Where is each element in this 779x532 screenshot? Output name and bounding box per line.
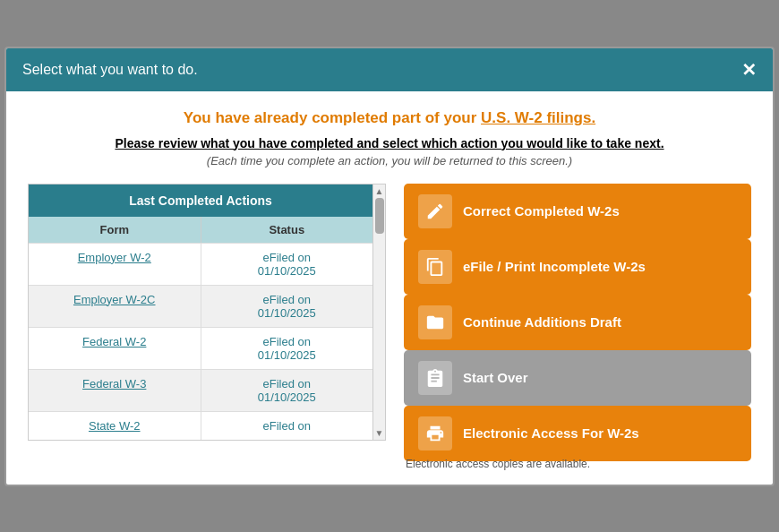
- modal-container: Select what you want to do. ✕ You have a…: [4, 47, 775, 486]
- continue-draft-label: Continue Additions Draft: [463, 314, 621, 330]
- intro-heading: You have already completed part of your …: [28, 109, 751, 127]
- action-wrapper-efile-incomplete: eFile / Print Incomplete W-2s: [404, 239, 751, 295]
- table-row: State W-2eFiled on: [29, 411, 372, 440]
- content-area: Last Completed Actions Form Status Emplo…: [28, 184, 751, 470]
- table-row: Federal W-2eFiled on01/10/2025: [29, 327, 372, 369]
- table-inner: Last Completed Actions Form Status Emplo…: [29, 184, 372, 440]
- continue-draft-button[interactable]: Continue Additions Draft: [404, 295, 751, 350]
- efile-incomplete-icon: [418, 250, 452, 284]
- cell-form-1: Employer W-2C: [29, 286, 201, 327]
- correct-w2-icon: [418, 194, 452, 228]
- cell-status-0: eFiled on01/10/2025: [201, 244, 373, 285]
- table-section: Last Completed Actions Form Status Emplo…: [28, 184, 386, 441]
- table-col-headers: Form Status: [29, 217, 372, 243]
- start-over-label: Start Over: [463, 370, 528, 385]
- action-wrapper-electronic-access: Electronic Access For W-2sElectronic acc…: [404, 406, 751, 470]
- table-header: Last Completed Actions: [29, 184, 372, 217]
- table-row: Employer W-2CeFiled on01/10/2025: [29, 285, 372, 327]
- actions-container: Correct Completed W-2seFile / Print Inco…: [404, 184, 751, 470]
- electronic-access-icon: [418, 416, 452, 450]
- efile-incomplete-label: eFile / Print Incomplete W-2s: [463, 259, 646, 274]
- cell-form-2: Federal W-2: [29, 328, 201, 369]
- actions-section: Correct Completed W-2seFile / Print Inco…: [404, 184, 751, 470]
- table-with-scroll: Last Completed Actions Form Status Emplo…: [29, 184, 385, 440]
- scroll-track[interactable]: ▲ ▼: [372, 184, 385, 440]
- table-row: Federal W-3eFiled on01/10/2025: [29, 369, 372, 411]
- form-link-4[interactable]: State W-2: [89, 419, 141, 433]
- efile-incomplete-button[interactable]: eFile / Print Incomplete W-2s: [404, 239, 751, 295]
- modal-close-button[interactable]: ✕: [741, 61, 757, 79]
- action-wrapper-start-over: Start Over: [404, 350, 751, 406]
- form-link-1[interactable]: Employer W-2C: [73, 293, 156, 306]
- scroll-up-arrow[interactable]: ▲: [375, 186, 384, 196]
- scroll-thumb[interactable]: [375, 198, 384, 234]
- cell-status-4: eFiled on: [201, 412, 373, 440]
- cell-form-3: Federal W-3: [29, 370, 201, 411]
- electronic-access-button[interactable]: Electronic Access For W-2s: [404, 406, 751, 461]
- electronic-access-label: Electronic Access For W-2s: [463, 425, 639, 441]
- modal-header: Select what you want to do. ✕: [6, 48, 773, 91]
- col-header-form: Form: [29, 217, 201, 243]
- cell-form-0: Employer W-2: [29, 244, 201, 285]
- start-over-icon: [418, 361, 452, 395]
- continue-draft-icon: [418, 305, 452, 339]
- form-link-2[interactable]: Federal W-2: [82, 335, 146, 348]
- form-link-3[interactable]: Federal W-3: [82, 377, 146, 390]
- correct-w2-label: Correct Completed W-2s: [463, 203, 620, 219]
- correct-w2-button[interactable]: Correct Completed W-2s: [404, 184, 751, 239]
- w2-filings-link[interactable]: U.S. W-2 filings.: [481, 109, 595, 126]
- scroll-down-arrow[interactable]: ▼: [375, 428, 384, 438]
- action-wrapper-continue-draft: Continue Additions Draft: [404, 295, 751, 350]
- modal-title: Select what you want to do.: [22, 62, 198, 78]
- cell-status-3: eFiled on01/10/2025: [201, 370, 373, 411]
- action-wrapper-correct-w2: Correct Completed W-2s: [404, 184, 751, 239]
- cell-status-2: eFiled on01/10/2025: [201, 328, 373, 369]
- form-link-0[interactable]: Employer W-2: [78, 251, 151, 264]
- intro-note: (Each time you complete an action, you w…: [28, 154, 751, 167]
- cell-form-4: State W-2: [29, 412, 201, 440]
- modal-body: You have already completed part of your …: [6, 91, 773, 485]
- cell-status-1: eFiled on01/10/2025: [201, 286, 373, 327]
- col-header-status: Status: [201, 217, 373, 243]
- table-row: Employer W-2eFiled on01/10/2025: [29, 243, 372, 285]
- start-over-button[interactable]: Start Over: [404, 350, 751, 406]
- electronic-access-note: Electronic access copies are available.: [404, 458, 751, 470]
- table-rows: Employer W-2eFiled on01/10/2025Employer …: [29, 243, 372, 440]
- intro-sub: Please review what you have completed an…: [28, 136, 751, 150]
